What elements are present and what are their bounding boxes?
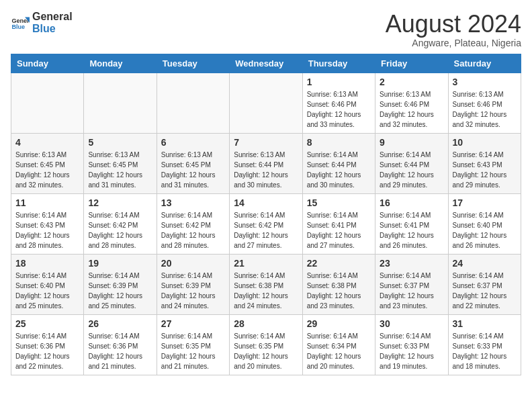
- header-saturday: Saturday: [448, 54, 521, 73]
- day-number: 4: [15, 137, 79, 148]
- day-number: 28: [234, 318, 298, 329]
- day-cell-23: 23Sunrise: 6:14 AM Sunset: 6:37 PM Dayli…: [375, 254, 448, 314]
- day-info: Sunrise: 6:14 AM Sunset: 6:34 PM Dayligh…: [307, 331, 371, 371]
- day-number: 14: [234, 197, 298, 208]
- day-cell-26: 26Sunrise: 6:14 AM Sunset: 6:36 PM Dayli…: [84, 314, 157, 375]
- day-number: 13: [161, 197, 225, 208]
- header-wednesday: Wednesday: [230, 54, 302, 73]
- week-row-2: 4Sunrise: 6:13 AM Sunset: 6:45 PM Daylig…: [11, 133, 521, 193]
- day-info: Sunrise: 6:14 AM Sunset: 6:38 PM Dayligh…: [307, 271, 371, 311]
- logo-icon: General Blue: [11, 13, 30, 32]
- day-number: 12: [88, 197, 152, 208]
- day-number: 16: [380, 197, 443, 208]
- calendar-header-row: SundayMondayTuesdayWednesdayThursdayFrid…: [11, 54, 521, 73]
- day-info: Sunrise: 6:14 AM Sunset: 6:36 PM Dayligh…: [15, 331, 79, 371]
- day-number: 11: [15, 197, 79, 208]
- day-info: Sunrise: 6:13 AM Sunset: 6:45 PM Dayligh…: [15, 150, 79, 190]
- day-info: Sunrise: 6:14 AM Sunset: 6:44 PM Dayligh…: [307, 150, 371, 190]
- day-info: Sunrise: 6:13 AM Sunset: 6:46 PM Dayligh…: [380, 89, 443, 130]
- day-cell-2: 2Sunrise: 6:13 AM Sunset: 6:46 PM Daylig…: [375, 73, 448, 133]
- logo-blue: Blue: [32, 23, 73, 35]
- day-info: Sunrise: 6:14 AM Sunset: 6:42 PM Dayligh…: [234, 210, 298, 250]
- day-info: Sunrise: 6:14 AM Sunset: 6:42 PM Dayligh…: [161, 210, 225, 250]
- day-number: 2: [380, 77, 443, 87]
- header-monday: Monday: [84, 54, 157, 73]
- calendar-table: SundayMondayTuesdayWednesdayThursdayFrid…: [11, 54, 521, 375]
- day-info: Sunrise: 6:14 AM Sunset: 6:41 PM Dayligh…: [380, 210, 443, 250]
- logo-general: General: [32, 11, 73, 23]
- day-info: Sunrise: 6:14 AM Sunset: 6:37 PM Dayligh…: [380, 271, 443, 311]
- header-tuesday: Tuesday: [157, 54, 229, 73]
- empty-cell: [11, 73, 84, 133]
- day-cell-19: 19Sunrise: 6:14 AM Sunset: 6:39 PM Dayli…: [84, 254, 157, 314]
- calendar-title: August 2024: [386, 11, 521, 38]
- day-info: Sunrise: 6:14 AM Sunset: 6:40 PM Dayligh…: [453, 210, 517, 250]
- day-cell-18: 18Sunrise: 6:14 AM Sunset: 6:40 PM Dayli…: [11, 254, 84, 314]
- day-number: 22: [307, 258, 371, 269]
- day-cell-14: 14Sunrise: 6:14 AM Sunset: 6:42 PM Dayli…: [230, 193, 302, 254]
- day-info: Sunrise: 6:13 AM Sunset: 6:46 PM Dayligh…: [453, 89, 517, 130]
- day-cell-7: 7Sunrise: 6:13 AM Sunset: 6:44 PM Daylig…: [230, 133, 302, 193]
- day-info: Sunrise: 6:14 AM Sunset: 6:42 PM Dayligh…: [88, 210, 152, 250]
- day-cell-13: 13Sunrise: 6:14 AM Sunset: 6:42 PM Dayli…: [157, 193, 229, 254]
- day-info: Sunrise: 6:14 AM Sunset: 6:33 PM Dayligh…: [380, 331, 443, 371]
- day-info: Sunrise: 6:14 AM Sunset: 6:39 PM Dayligh…: [88, 271, 152, 311]
- day-info: Sunrise: 6:14 AM Sunset: 6:40 PM Dayligh…: [15, 271, 79, 311]
- day-info: Sunrise: 6:14 AM Sunset: 6:43 PM Dayligh…: [15, 210, 79, 250]
- day-cell-25: 25Sunrise: 6:14 AM Sunset: 6:36 PM Dayli…: [11, 314, 84, 375]
- header-thursday: Thursday: [302, 54, 375, 73]
- empty-cell: [230, 73, 302, 133]
- header-sunday: Sunday: [11, 54, 84, 73]
- day-cell-11: 11Sunrise: 6:14 AM Sunset: 6:43 PM Dayli…: [11, 193, 84, 254]
- day-cell-20: 20Sunrise: 6:14 AM Sunset: 6:39 PM Dayli…: [157, 254, 229, 314]
- week-row-4: 18Sunrise: 6:14 AM Sunset: 6:40 PM Dayli…: [11, 254, 521, 314]
- title-area: August 2024 Angware, Plateau, Nigeria: [386, 11, 521, 48]
- day-number: 3: [453, 77, 517, 87]
- day-info: Sunrise: 6:14 AM Sunset: 6:38 PM Dayligh…: [234, 271, 298, 311]
- day-cell-1: 1Sunrise: 6:13 AM Sunset: 6:46 PM Daylig…: [302, 73, 375, 133]
- day-cell-30: 30Sunrise: 6:14 AM Sunset: 6:33 PM Dayli…: [375, 314, 448, 375]
- day-info: Sunrise: 6:14 AM Sunset: 6:33 PM Dayligh…: [453, 331, 517, 371]
- day-cell-31: 31Sunrise: 6:14 AM Sunset: 6:33 PM Dayli…: [448, 314, 521, 375]
- day-number: 18: [15, 258, 79, 269]
- day-cell-5: 5Sunrise: 6:13 AM Sunset: 6:45 PM Daylig…: [84, 133, 157, 193]
- page-header: General Blue General Blue August 2024 An…: [11, 11, 521, 48]
- day-cell-22: 22Sunrise: 6:14 AM Sunset: 6:38 PM Dayli…: [302, 254, 375, 314]
- day-cell-17: 17Sunrise: 6:14 AM Sunset: 6:40 PM Dayli…: [448, 193, 521, 254]
- day-cell-27: 27Sunrise: 6:14 AM Sunset: 6:35 PM Dayli…: [157, 314, 229, 375]
- empty-cell: [157, 73, 229, 133]
- day-cell-28: 28Sunrise: 6:14 AM Sunset: 6:35 PM Dayli…: [230, 314, 302, 375]
- day-info: Sunrise: 6:14 AM Sunset: 6:41 PM Dayligh…: [307, 210, 371, 250]
- day-number: 8: [307, 137, 371, 148]
- day-info: Sunrise: 6:13 AM Sunset: 6:46 PM Dayligh…: [307, 89, 371, 130]
- day-number: 24: [453, 258, 517, 269]
- day-cell-4: 4Sunrise: 6:13 AM Sunset: 6:45 PM Daylig…: [11, 133, 84, 193]
- day-number: 25: [15, 318, 79, 329]
- day-number: 6: [161, 137, 225, 148]
- day-number: 5: [88, 137, 152, 148]
- header-friday: Friday: [375, 54, 448, 73]
- day-info: Sunrise: 6:14 AM Sunset: 6:39 PM Dayligh…: [161, 271, 225, 311]
- day-number: 31: [453, 318, 517, 329]
- day-cell-10: 10Sunrise: 6:14 AM Sunset: 6:43 PM Dayli…: [448, 133, 521, 193]
- day-number: 10: [453, 137, 517, 148]
- day-info: Sunrise: 6:14 AM Sunset: 6:35 PM Dayligh…: [234, 331, 298, 371]
- day-cell-3: 3Sunrise: 6:13 AM Sunset: 6:46 PM Daylig…: [448, 73, 521, 133]
- day-number: 1: [307, 77, 371, 87]
- day-number: 27: [161, 318, 225, 329]
- day-number: 7: [234, 137, 298, 148]
- day-cell-24: 24Sunrise: 6:14 AM Sunset: 6:37 PM Dayli…: [448, 254, 521, 314]
- day-number: 21: [234, 258, 298, 269]
- day-number: 26: [88, 318, 152, 329]
- day-number: 23: [380, 258, 443, 269]
- day-info: Sunrise: 6:14 AM Sunset: 6:37 PM Dayligh…: [453, 271, 517, 311]
- day-info: Sunrise: 6:13 AM Sunset: 6:45 PM Dayligh…: [88, 150, 152, 190]
- day-info: Sunrise: 6:13 AM Sunset: 6:45 PM Dayligh…: [161, 150, 225, 190]
- day-info: Sunrise: 6:14 AM Sunset: 6:35 PM Dayligh…: [161, 331, 225, 371]
- empty-cell: [84, 73, 157, 133]
- calendar-subtitle: Angware, Plateau, Nigeria: [386, 38, 521, 48]
- day-number: 17: [453, 197, 517, 208]
- day-cell-15: 15Sunrise: 6:14 AM Sunset: 6:41 PM Dayli…: [302, 193, 375, 254]
- day-cell-6: 6Sunrise: 6:13 AM Sunset: 6:45 PM Daylig…: [157, 133, 229, 193]
- day-cell-21: 21Sunrise: 6:14 AM Sunset: 6:38 PM Dayli…: [230, 254, 302, 314]
